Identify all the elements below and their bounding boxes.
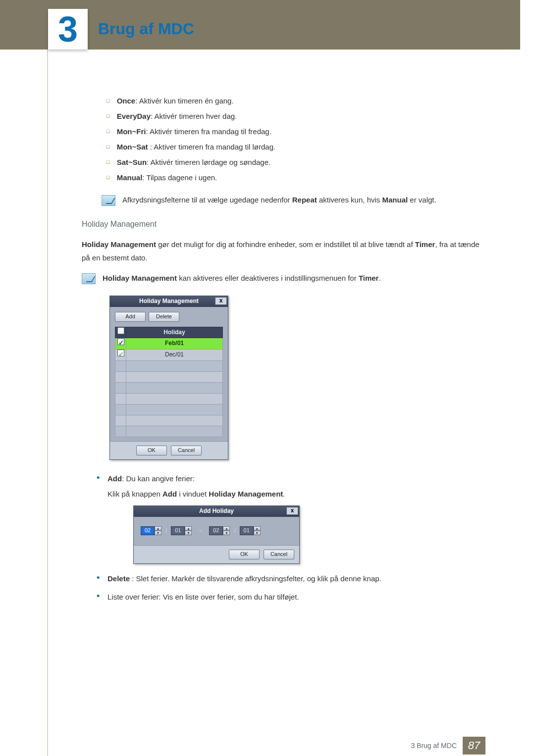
bullet-add: Add: Du kan angive ferier: Klik på knapp… [97,472,485,564]
note-text: Holiday Management kan aktiveres eller d… [103,271,485,285]
checkbox-icon[interactable] [117,350,124,356]
start-day-stepper[interactable]: 01 ▲▼ [171,526,192,535]
ok-button[interactable]: OK [136,446,167,455]
holiday-bullets: Add: Du kan angive ferier: Klik på knapp… [97,472,485,604]
checkbox-icon[interactable] [117,338,124,345]
footer-text: 3 Brug af MDC [411,742,457,750]
delete-button[interactable]: Delete [149,312,179,322]
holiday-cell: Dec/01 [126,349,223,360]
option-monfri: Mon~Fri: Aktivér timeren fra mandag til … [107,125,485,138]
note-holiday: Holiday Management kan aktiveres eller d… [82,271,485,285]
table-row [115,360,223,371]
table-row [115,415,223,426]
chapter-number-box: 3 [48,9,88,50]
dialog-title: Holiday Management [139,296,199,307]
bullet-list: Liste over ferier: Vis en liste over fer… [97,590,485,604]
spin-down-icon[interactable]: ▼ [254,531,261,535]
header-bar: 3 Brug af MDC [0,0,535,50]
table-row [115,426,223,437]
note-text: Afkrydsningsfelterne til at vælge ugedag… [122,193,485,206]
option-satsun: Sat~Sun: Aktivér timeren lørdage og sønd… [107,155,485,169]
ok-button[interactable]: OK [229,550,260,559]
slash: / [164,526,168,537]
timer-repeat-options: Once: Aktivér kun timeren én gang. Every… [107,94,485,184]
table-row [115,393,223,404]
table-row [115,382,223,393]
spin-up-icon[interactable]: ▲ [185,526,192,531]
range-tilde: ~ [195,526,206,537]
dialog-title-bar: Holiday Management x [110,296,228,307]
bullet-delete: Delete : Slet ferier. Markér de tilsvare… [97,572,485,585]
table-row[interactable]: Dec/01 [115,349,223,360]
table-row [115,404,223,415]
checkbox-header[interactable] [115,327,126,338]
spin-up-icon[interactable]: ▲ [254,526,261,531]
add-button[interactable]: Add [115,312,146,322]
table-row [115,371,223,382]
dialog-title-bar: Add Holiday x [134,506,299,517]
close-button[interactable]: x [286,507,298,515]
holiday-header: Holiday [126,327,223,338]
note-manual: Afkrydsningsfelterne til at vælge ugedag… [102,193,485,206]
cancel-button[interactable]: Cancel [171,446,202,455]
option-monsat: Mon~Sat : Aktiver timeren fra mandag til… [107,140,485,153]
dialog-title: Add Holiday [199,506,234,517]
start-month-stepper[interactable]: 02 ▲▼ [141,526,161,535]
spin-down-icon[interactable]: ▼ [223,531,230,535]
option-once: Once: Aktivér kun timeren én gang. [107,94,485,107]
option-manual: Manual: Tilpas dagene i ugen. [107,171,485,184]
page-number: 87 [463,737,485,755]
spin-up-icon[interactable]: ▲ [223,526,230,531]
option-everyday: EveryDay: Aktivér timeren hver dag. [107,109,485,123]
add-holiday-dialog: Add Holiday x 02 ▲▼ / 01 ▲▼ ~ [133,505,300,564]
cancel-button[interactable]: Cancel [264,550,294,559]
spin-down-icon[interactable]: ▼ [185,531,192,535]
table-row[interactable]: Feb/01 [115,338,223,350]
chapter-number: 3 [58,11,78,47]
holiday-paragraph: Holiday Management gør det muligt for di… [82,238,485,264]
end-month-stepper[interactable]: 02 ▲▼ [209,526,230,535]
holiday-subhead: Holiday Management [82,217,485,232]
spin-down-icon[interactable]: ▼ [155,531,161,535]
checkbox-icon [117,327,124,334]
side-rule [47,0,48,756]
note-icon [102,195,115,206]
end-day-stepper[interactable]: 01 ▲▼ [240,526,261,535]
holiday-management-dialog: Holiday Management x Add Delete Holiday … [109,296,228,460]
note-icon [82,273,96,284]
slash: / [233,526,236,537]
spin-up-icon[interactable]: ▲ [155,526,161,531]
holiday-table: Holiday Feb/01 Dec/01 [115,327,223,437]
close-button[interactable]: x [215,297,227,305]
chapter-title: Brug af MDC [98,20,194,38]
holiday-cell: Feb/01 [126,338,223,350]
page-footer: 3 Brug af MDC 87 [0,735,535,756]
